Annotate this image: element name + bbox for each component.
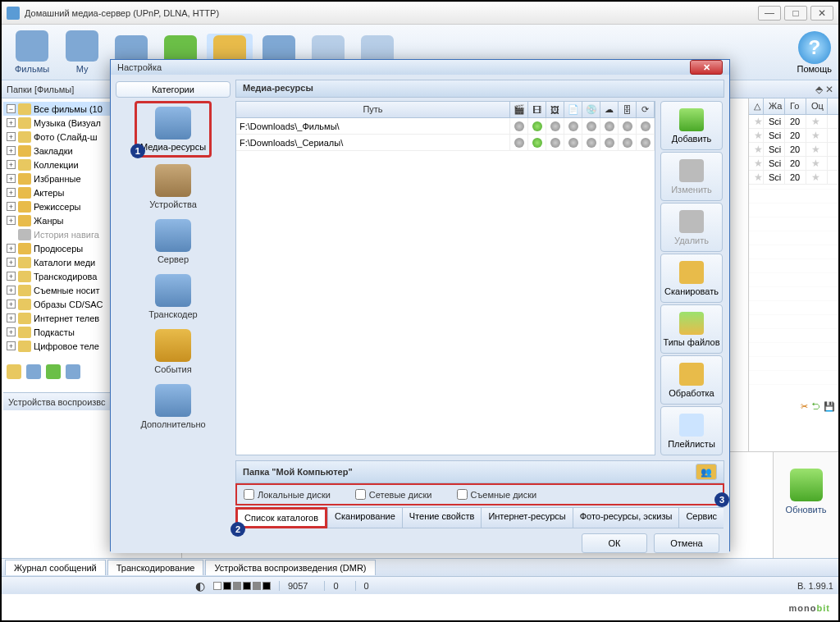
expand-icon[interactable]: + xyxy=(7,300,16,309)
expand-icon[interactable]: + xyxy=(7,146,16,155)
expand-icon[interactable]: + xyxy=(7,118,16,127)
back-icon[interactable]: ⮌ xyxy=(811,401,820,412)
status-dot-icon[interactable] xyxy=(514,121,524,131)
grid-row[interactable]: ★Sci20★ xyxy=(749,171,838,185)
save-disk-icon[interactable]: 💾 xyxy=(824,401,835,412)
color-wheel-icon[interactable]: ◐ xyxy=(195,579,205,592)
mini-folder-icon[interactable] xyxy=(7,364,21,379)
status-dot-icon[interactable] xyxy=(605,138,614,148)
expand-icon[interactable]: + xyxy=(7,272,16,281)
subtab-internet[interactable]: Интернет-ресурсы xyxy=(481,507,572,528)
status-dot-icon[interactable] xyxy=(623,138,632,148)
cat-devices[interactable]: Устройства xyxy=(146,161,200,213)
status-dot-icon[interactable] xyxy=(568,138,578,148)
pin-icon[interactable]: ⬘ xyxy=(815,84,823,95)
col-clip-icon[interactable]: 🎞 xyxy=(528,102,546,117)
expand-icon[interactable]: + xyxy=(7,313,16,322)
edit-button[interactable]: Изменить xyxy=(660,152,723,201)
tab-dmr[interactable]: Устройства воспроизведения (DMR) xyxy=(205,560,375,575)
cat-media-resources[interactable]: Медиа-ресурсы 1 xyxy=(135,101,212,158)
expand-icon[interactable]: + xyxy=(7,160,16,169)
delete-button[interactable]: Удалить xyxy=(660,203,723,252)
grid-row[interactable]: ★Sci20★ xyxy=(749,129,838,143)
maximize-button[interactable]: □ xyxy=(784,6,807,21)
subtab-reading[interactable]: Чтение свойств xyxy=(402,507,482,528)
col-db-icon[interactable]: 🗄 xyxy=(619,102,637,117)
cat-server[interactable]: Сервер xyxy=(152,216,194,268)
grid-row[interactable]: ★Sci20★ xyxy=(749,143,838,157)
status-dot-icon[interactable] xyxy=(514,138,524,148)
grid-row[interactable]: ★Sci20★ xyxy=(749,157,838,171)
expand-icon[interactable]: + xyxy=(7,216,16,225)
local-disks-check[interactable]: Локальные диски xyxy=(244,489,331,500)
processing-button[interactable]: Обработка xyxy=(660,355,723,405)
expand-icon[interactable]: + xyxy=(7,188,16,197)
dialog-close-button[interactable]: ✕ xyxy=(690,60,723,75)
people-icon[interactable]: 👥 xyxy=(696,464,717,480)
collapse-icon[interactable]: − xyxy=(7,104,16,113)
expand-icon[interactable]: + xyxy=(7,244,16,253)
subtab-service[interactable]: Сервис xyxy=(678,507,724,528)
expand-icon[interactable]: + xyxy=(7,174,16,183)
expand-icon[interactable]: + xyxy=(7,327,16,336)
expand-icon[interactable]: + xyxy=(7,258,16,267)
scan-button[interactable]: Сканировать xyxy=(660,254,723,303)
status-dot-icon[interactable] xyxy=(568,121,578,131)
removable-disks-check[interactable]: Съемные диски xyxy=(457,489,537,500)
col-path[interactable]: Путь xyxy=(236,102,510,117)
cat-events[interactable]: События xyxy=(151,326,194,377)
mini-icon-4[interactable] xyxy=(66,364,80,379)
status-dot-icon[interactable] xyxy=(587,138,596,148)
grid-row[interactable]: ★Sci20★ xyxy=(749,115,838,129)
expand-icon[interactable]: + xyxy=(7,132,16,141)
col-cd-icon[interactable]: 💿 xyxy=(582,102,600,117)
filetypes-button[interactable]: Типы файлов xyxy=(660,304,723,354)
status-dot-icon[interactable] xyxy=(532,121,542,131)
panel-close-icon[interactable]: ✕ xyxy=(825,84,833,95)
subtab-scanning[interactable]: Сканирование xyxy=(327,507,402,528)
col-image-icon[interactable]: 🖼 xyxy=(546,102,564,117)
network-disks-check[interactable]: Сетевые диски xyxy=(355,489,432,500)
expand-icon[interactable]: + xyxy=(7,341,16,350)
expand-icon[interactable]: + xyxy=(7,202,16,211)
refresh-button[interactable]: Обновить xyxy=(786,469,827,515)
scissors-icon[interactable]: ✂ xyxy=(801,401,808,412)
status-dot-icon[interactable] xyxy=(641,138,651,148)
color-swatches[interactable] xyxy=(213,582,271,590)
subtab-photo[interactable]: Фото-ресурсы, эскизы xyxy=(573,507,679,528)
status-dot-icon[interactable] xyxy=(623,121,632,131)
add-button[interactable]: Добавить xyxy=(660,101,723,150)
subtab-catalog-list[interactable]: Список каталогов xyxy=(235,507,327,528)
minimize-button[interactable]: — xyxy=(758,6,781,21)
films-button[interactable]: Фильмы xyxy=(8,29,56,75)
col-rating[interactable]: Оц xyxy=(806,98,828,114)
help-button[interactable]: ?Помощь xyxy=(797,31,833,74)
cat-transcoder[interactable]: Транскодер xyxy=(145,271,200,322)
resource-row[interactable]: F:\Downloads\_Фильмы\ xyxy=(236,118,655,135)
status-dot-icon[interactable] xyxy=(605,121,614,131)
col-film-icon[interactable]: 🎬 xyxy=(510,102,528,117)
status-dot-icon[interactable] xyxy=(550,138,560,148)
close-button[interactable]: ✕ xyxy=(810,6,833,21)
mini-refresh-icon[interactable] xyxy=(46,364,61,379)
status-dot-icon[interactable] xyxy=(550,121,560,131)
music-button[interactable]: Му xyxy=(59,29,105,75)
status-dot-icon[interactable] xyxy=(532,138,542,148)
status-dot-icon[interactable] xyxy=(587,121,596,131)
playlists-button[interactable]: Плейлисты xyxy=(660,406,723,455)
cat-additional[interactable]: Дополнительно xyxy=(137,381,208,432)
tab-log[interactable]: Журнал сообщений xyxy=(5,560,106,575)
col-genre[interactable]: Жа xyxy=(764,98,785,114)
col-cloud-icon[interactable]: ☁ xyxy=(600,102,619,117)
mini-icon-2[interactable] xyxy=(26,364,41,379)
ok-button[interactable]: ОК xyxy=(582,533,647,553)
col-refresh-icon[interactable]: ⟳ xyxy=(637,102,655,117)
status-dot-icon[interactable] xyxy=(641,121,651,131)
col-year[interactable]: Го xyxy=(785,98,806,114)
cancel-button[interactable]: Отмена xyxy=(654,533,719,553)
expand-icon[interactable]: + xyxy=(7,286,16,295)
col-doc-icon[interactable]: 📄 xyxy=(564,102,582,117)
tab-transcoding[interactable]: Транскодирование xyxy=(107,560,204,575)
triangle-icon[interactable]: △ xyxy=(749,98,764,114)
resource-row[interactable]: F:\Downloads\_Сериалы\ xyxy=(236,135,655,151)
